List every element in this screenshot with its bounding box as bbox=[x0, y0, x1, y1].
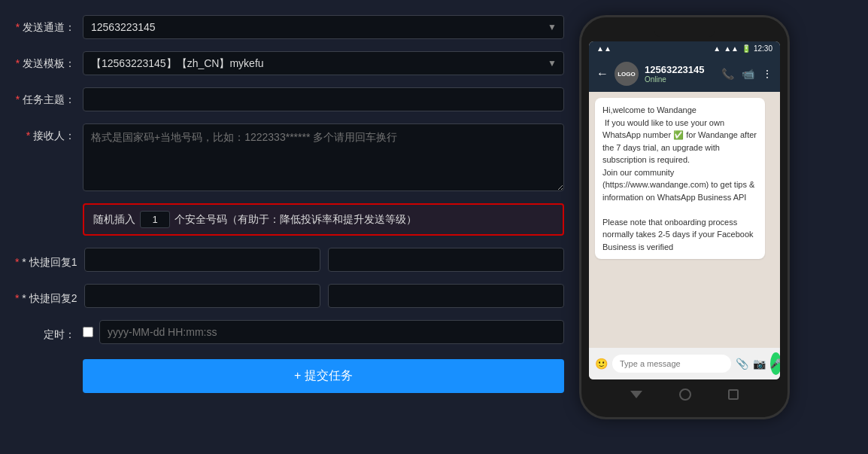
required-star: * bbox=[16, 21, 20, 33]
mic-button[interactable]: 🎤 bbox=[770, 352, 780, 375]
attachment-icon[interactable]: 📎 bbox=[736, 358, 748, 370]
form-section: * 发送通道： 12563223145 ▼ * 发送模板： 【125632231… bbox=[15, 15, 564, 419]
chat-input[interactable] bbox=[612, 355, 731, 373]
emoji-icon[interactable]: 🙂 bbox=[595, 358, 608, 370]
recent-apps-icon[interactable] bbox=[728, 389, 739, 400]
whatsapp-header: ← LOGO 12563223145 Online 📞 📹 ⋮ bbox=[589, 56, 780, 92]
signal-bars-icon: ▲▲ bbox=[724, 44, 739, 53]
send-template-select[interactable]: 【12563223145】【zh_CN】mykefu bbox=[83, 51, 564, 75]
phone-section: ▲▲ ▲ ▲▲ 🔋 12:30 ← LOGO 12563223145 bbox=[579, 15, 790, 419]
back-nav-icon[interactable] bbox=[630, 391, 642, 398]
required-star-5: * bbox=[15, 256, 19, 268]
send-channel-label: * 发送通道： bbox=[15, 15, 83, 35]
required-star-6: * bbox=[15, 292, 19, 304]
recipients-row: * 接收人： bbox=[15, 123, 564, 191]
home-nav-icon[interactable] bbox=[679, 388, 691, 401]
quick-reply2-left-input[interactable]: 否，不感兴趣 bbox=[84, 284, 320, 308]
random-insert-suffix: 个安全号码（有助于： bbox=[175, 213, 280, 227]
signal-icon: ▲▲ bbox=[596, 44, 612, 53]
contact-info: 12563223145 Online bbox=[645, 64, 715, 84]
phone-status-bar: ▲▲ ▲ ▲▲ 🔋 12:30 bbox=[589, 41, 780, 56]
camera-icon[interactable]: 📷 bbox=[753, 358, 766, 370]
schedule-row: 定时： bbox=[15, 320, 564, 344]
quick-reply2-label: * * 快捷回复2 bbox=[15, 286, 84, 306]
send-template-label: * 发送模板： bbox=[15, 51, 83, 71]
schedule-label: 定时： bbox=[15, 322, 83, 342]
chat-input-bar: 🙂 📎 📷 🎤 bbox=[589, 348, 780, 379]
send-channel-select[interactable]: 12563223145 bbox=[83, 15, 564, 39]
required-star-3: * bbox=[16, 93, 20, 105]
video-call-icon[interactable]: 📹 bbox=[742, 68, 754, 80]
status-icons: ▲ ▲▲ 🔋 12:30 bbox=[713, 44, 772, 53]
schedule-input[interactable] bbox=[99, 320, 564, 344]
contact-status: Online bbox=[645, 75, 715, 84]
send-template-select-wrapper: 【12563223145】【zh_CN】mykefu ▼ bbox=[83, 51, 564, 75]
back-arrow-icon[interactable]: ← bbox=[596, 67, 609, 81]
phone-call-icon[interactable]: 📞 bbox=[721, 68, 734, 80]
recipients-label: * 接收人： bbox=[15, 123, 83, 143]
quick-reply2-right-input[interactable]: 否，不感兴趣 bbox=[328, 284, 564, 308]
random-insert-prefix: 随机插入 bbox=[93, 213, 135, 227]
quick-reply1-label: * * 快捷回复1 bbox=[15, 250, 84, 270]
battery-icon: 🔋 bbox=[742, 44, 751, 53]
quick-reply1-left-input[interactable]: 是，感兴趣 bbox=[84, 248, 320, 272]
required-star-4: * bbox=[26, 129, 30, 142]
main-container: * 发送通道： 12563223145 ▼ * 发送模板： 【125632231… bbox=[15, 15, 853, 419]
phone-home-bar bbox=[589, 382, 780, 407]
required-star-2: * bbox=[16, 57, 20, 69]
contact-name: 12563223145 bbox=[645, 64, 715, 75]
send-channel-row: * 发送通道： 12563223145 ▼ bbox=[15, 15, 564, 39]
phone-screen: ▲▲ ▲ ▲▲ 🔋 12:30 ← LOGO 12563223145 bbox=[589, 41, 780, 379]
mic-icon: 🎤 bbox=[770, 358, 780, 369]
quick-reply2-inputs: 否，不感兴趣 否，不感兴趣 bbox=[84, 284, 564, 308]
recipients-textarea[interactable] bbox=[83, 123, 564, 191]
schedule-checkbox[interactable] bbox=[83, 327, 93, 337]
random-insert-input[interactable] bbox=[140, 211, 170, 228]
task-subject-input[interactable]: 觉送【mykefu】 bbox=[83, 87, 564, 111]
submit-button[interactable]: + 提交任务 bbox=[83, 359, 564, 393]
phone-mockup: ▲▲ ▲ ▲▲ 🔋 12:30 ← LOGO 12563223145 bbox=[579, 15, 790, 419]
message-text: Hi,welcome to Wandange If you would like… bbox=[602, 105, 757, 251]
message-bubble: Hi,welcome to Wandange If you would like… bbox=[595, 98, 765, 259]
task-subject-label: * 任务主题： bbox=[15, 87, 83, 107]
chat-area: Hi,welcome to Wandange If you would like… bbox=[589, 92, 780, 348]
send-channel-select-wrapper: 12563223145 ▼ bbox=[83, 15, 564, 39]
quick-reply1-right-input[interactable]: 是，感兴趣 bbox=[328, 248, 564, 272]
more-options-icon[interactable]: ⋮ bbox=[762, 68, 772, 80]
random-insert-close: ） bbox=[406, 213, 417, 227]
phone-notch bbox=[654, 28, 715, 37]
random-insert-highlight: 降低投诉率和提升发送等级 bbox=[280, 213, 406, 227]
wifi-icon: ▲ bbox=[713, 44, 721, 53]
header-icons: 📞 📹 ⋮ bbox=[721, 68, 772, 80]
quick-reply1-inputs: 是，感兴趣 是，感兴趣 bbox=[84, 248, 564, 272]
task-subject-row: * 任务主题： 觉送【mykefu】 bbox=[15, 87, 564, 111]
contact-logo: LOGO bbox=[615, 62, 639, 86]
quick-reply2-row: * * 快捷回复2 否，不感兴趣 否，不感兴趣 bbox=[15, 284, 564, 308]
submit-row: + 提交任务 bbox=[15, 359, 564, 393]
status-time: 12:30 bbox=[754, 44, 772, 53]
random-insert-row: 随机插入 个安全号码（有助于： 降低投诉率和提升发送等级 ） bbox=[83, 203, 564, 236]
quick-reply1-row: * * 快捷回复1 是，感兴趣 是，感兴趣 bbox=[15, 248, 564, 272]
send-template-row: * 发送模板： 【12563223145】【zh_CN】mykefu ▼ bbox=[15, 51, 564, 75]
